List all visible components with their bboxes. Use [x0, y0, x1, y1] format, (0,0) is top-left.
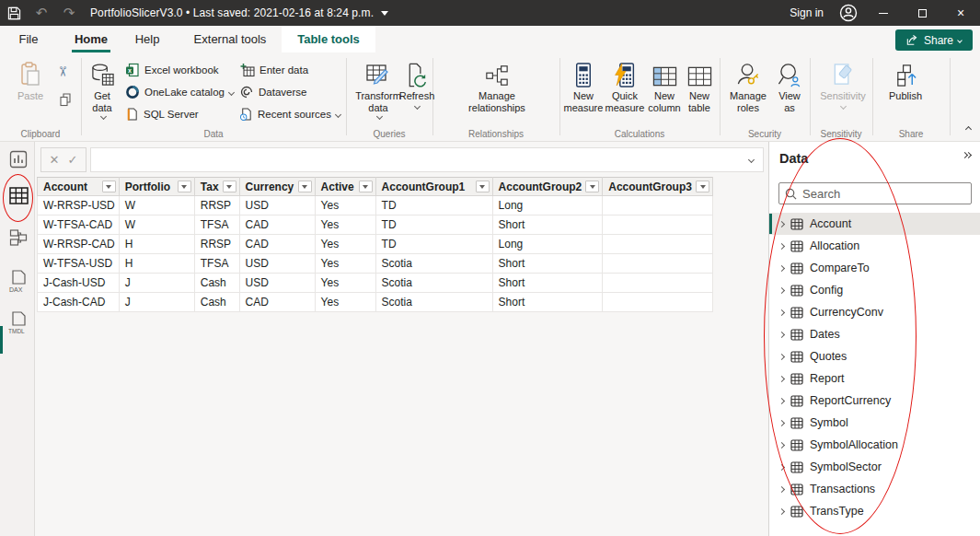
transform-data-button[interactable]: Transform data [352, 60, 405, 119]
get-data-button[interactable]: Get data [83, 60, 121, 119]
column-filter-button[interactable] [178, 181, 191, 192]
data-pane-table-Report[interactable]: Report [769, 367, 980, 390]
table-cell[interactable]: W [119, 196, 194, 216]
quick-measure-button[interactable]: Quick measure [604, 60, 646, 114]
table-cell[interactable]: CAD [239, 216, 315, 235]
formula-input[interactable] [90, 147, 764, 172]
sign-in-button[interactable]: Sign in [790, 6, 824, 19]
table-cell[interactable] [603, 196, 713, 216]
sql-server-button[interactable]: SQL Server [125, 106, 199, 122]
paste-button[interactable]: Paste [7, 60, 53, 102]
table-cell[interactable]: H [119, 235, 194, 254]
expand-chevron-icon[interactable] [778, 375, 785, 381]
formula-commit-button[interactable]: ✓ [68, 153, 78, 167]
new-column-button[interactable]: New column [646, 60, 683, 114]
tab-help[interactable]: Help [127, 26, 167, 52]
collapse-ribbon-button[interactable] [966, 119, 971, 135]
account-avatar[interactable] [833, 0, 864, 26]
expand-chevron-icon[interactable] [778, 286, 785, 293]
data-pane-table-Dates[interactable]: Dates [769, 323, 980, 345]
expand-chevron-icon[interactable] [778, 242, 785, 249]
table-cell[interactable]: J-Cash-USD [38, 274, 120, 293]
table-cell[interactable]: Scotia [375, 274, 492, 293]
table-cell[interactable]: W [119, 216, 194, 235]
undo-button[interactable]: ↶ [28, 0, 55, 26]
table-cell[interactable]: Yes [315, 254, 375, 274]
search-input[interactable] [802, 187, 965, 201]
table-cell[interactable]: W-RRSP-USD [38, 196, 120, 216]
publish-button[interactable]: Publish [882, 60, 929, 102]
data-pane-table-Quotes[interactable]: Quotes [769, 345, 980, 367]
share-button[interactable]: Share [895, 29, 973, 51]
expand-chevron-icon[interactable] [778, 331, 785, 337]
column-filter-button[interactable] [102, 181, 116, 192]
dataverse-button[interactable]: Dataverse [239, 84, 306, 100]
column-header-Portfolio[interactable]: Portfolio [119, 178, 194, 196]
enter-data-button[interactable]: Enter data [239, 62, 308, 78]
table-cell[interactable] [603, 235, 713, 254]
expand-chevron-icon[interactable] [778, 441, 785, 448]
redo-button[interactable]: ↷ [55, 0, 83, 26]
column-filter-button[interactable] [359, 181, 373, 192]
refresh-button[interactable]: Refresh [401, 60, 432, 109]
table-cell[interactable]: Cash [194, 274, 239, 293]
data-pane-table-Symbol[interactable]: Symbol [769, 412, 980, 434]
table-cell[interactable]: Short [492, 216, 603, 235]
minimize-button[interactable] [864, 0, 903, 26]
table-cell[interactable]: USD [239, 196, 315, 216]
table-cell[interactable]: TD [375, 216, 492, 235]
data-pane-table-SymbolAllocation[interactable]: SymbolAllocation [769, 434, 980, 456]
expand-chevron-icon[interactable] [778, 463, 785, 470]
data-pane-table-CompareTo[interactable]: CompareTo [769, 257, 980, 279]
expand-chevron-icon[interactable] [778, 397, 785, 403]
model-view-button[interactable] [8, 227, 29, 248]
expand-chevron-icon[interactable] [778, 485, 785, 492]
table-cell[interactable]: W-TFSA-CAD [38, 216, 120, 235]
dax-query-view-button[interactable]: DAX [8, 269, 29, 295]
expand-chevron-icon[interactable] [778, 220, 785, 227]
data-pane-table-Account[interactable]: Account [769, 213, 980, 235]
table-cell[interactable]: W-TFSA-USD [38, 254, 120, 274]
table-cell[interactable]: USD [239, 254, 315, 274]
manage-roles-button[interactable]: Manage roles [725, 60, 771, 114]
column-header-Tax[interactable]: Tax [194, 178, 239, 196]
view-as-button[interactable]: View as [773, 60, 806, 114]
table-cell[interactable]: Yes [315, 216, 375, 235]
table-cell[interactable] [603, 216, 713, 235]
table-cell[interactable] [603, 274, 713, 293]
expand-chevron-icon[interactable] [778, 264, 785, 271]
table-cell[interactable]: Yes [315, 293, 375, 312]
table-cell[interactable]: Scotia [375, 293, 492, 312]
expand-chevron-icon[interactable] [778, 353, 785, 359]
manage-relationships-button[interactable]: Manage relationships [455, 60, 538, 114]
cut-button[interactable]: ✂ [57, 64, 69, 80]
table-cell[interactable]: TD [375, 235, 492, 254]
expand-chevron-icon[interactable] [778, 309, 785, 315]
collapse-pane-button[interactable] [963, 153, 971, 157]
column-filter-button[interactable] [298, 181, 312, 192]
table-cell[interactable]: CAD [239, 235, 315, 254]
column-header-Account[interactable]: Account [38, 178, 120, 196]
column-header-AccountGroup3[interactable]: AccountGroup3 [603, 178, 713, 196]
sensitivity-button[interactable]: Sensitivity [817, 60, 869, 109]
table-cell[interactable]: Yes [315, 196, 375, 216]
save-button[interactable] [0, 0, 28, 26]
table-cell[interactable]: TFSA [194, 254, 239, 274]
data-pane-table-Transactions[interactable]: Transactions [769, 478, 980, 500]
table-cell[interactable]: J [119, 274, 194, 293]
column-filter-button[interactable] [696, 181, 709, 192]
copy-button[interactable] [58, 91, 73, 108]
tab-home[interactable]: Home [66, 26, 116, 52]
tmdl-view-button[interactable]: TMDL [8, 310, 29, 336]
column-filter-button[interactable] [223, 181, 236, 192]
tab-external-tools[interactable]: External tools [184, 26, 276, 52]
report-view-button[interactable] [8, 149, 29, 169]
search-box[interactable] [778, 182, 972, 204]
tab-file[interactable]: File [12, 26, 45, 52]
column-header-AccountGroup1[interactable]: AccountGroup1 [375, 178, 492, 196]
table-cell[interactable]: H [119, 254, 194, 274]
title-dropdown-icon[interactable] [381, 11, 388, 16]
table-cell[interactable]: Short [492, 293, 603, 312]
table-cell[interactable]: Short [492, 274, 603, 293]
tab-table-tools[interactable]: Table tools [282, 26, 375, 52]
